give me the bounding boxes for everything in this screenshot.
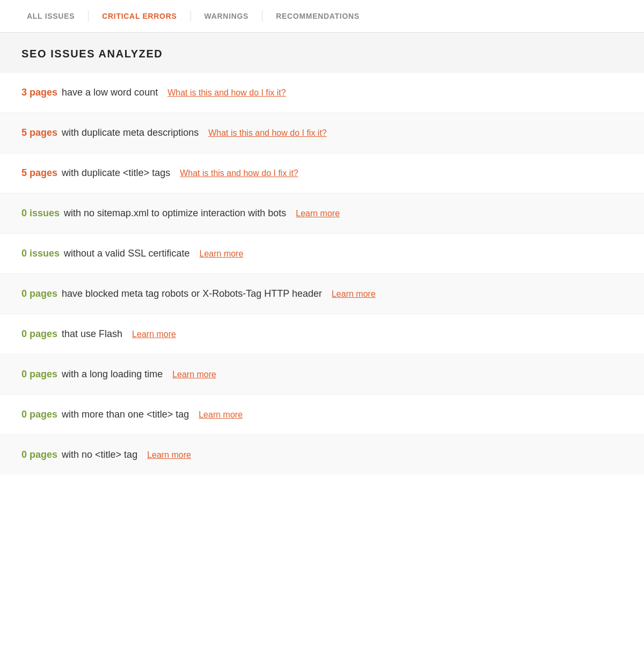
issue-row-no-sitemap: 0 issues with no sitemap.xml to optimize… xyxy=(0,194,644,233)
issue-count-no-title: 0 pages xyxy=(21,449,57,460)
fix-link-duplicate-meta[interactable]: What is this and how do I fix it? xyxy=(208,128,327,138)
section-header: SEO ISSUES ANALYZED xyxy=(0,33,644,73)
issue-description-ssl-certificate: without a valid SSL certificate xyxy=(64,248,189,259)
nav-divider xyxy=(88,11,89,21)
fix-link-low-word-count[interactable]: What is this and how do I fix it? xyxy=(167,88,286,98)
issue-row-no-title: 0 pages with no <title> tagLearn more xyxy=(0,435,644,474)
fix-link-duplicate-title-tags[interactable]: What is this and how do I fix it? xyxy=(180,169,298,178)
issue-description-low-word-count: have a low word count xyxy=(62,87,158,98)
issue-count-ssl-certificate: 0 issues xyxy=(21,248,60,259)
issue-count-duplicate-meta: 5 pages xyxy=(21,127,57,138)
issue-row-ssl-certificate: 0 issues without a valid SSL certificate… xyxy=(0,234,644,273)
nav-tabs: ALL ISSUESCRITICAL ERRORSWARNINGSRECOMME… xyxy=(0,0,644,33)
tab-critical-errors[interactable]: CRITICAL ERRORS xyxy=(91,0,187,32)
main-content: SEO ISSUES ANALYZED 3 pages have a low w… xyxy=(0,33,644,474)
issue-row-duplicate-title-tags: 5 pages with duplicate <title> tagsWhat … xyxy=(0,153,644,193)
issue-row-low-word-count: 3 pages have a low word countWhat is thi… xyxy=(0,73,644,112)
issue-row-multiple-title: 0 pages with more than one <title> tagLe… xyxy=(0,395,644,434)
learn-more-link-no-title[interactable]: Learn more xyxy=(147,450,191,460)
issue-description-blocked-robots: have blocked meta tag robots or X-Robots… xyxy=(62,288,322,299)
issue-description-no-sitemap: with no sitemap.xml to optimize interact… xyxy=(64,208,286,219)
issues-list: 3 pages have a low word countWhat is thi… xyxy=(0,73,644,474)
learn-more-link-ssl-certificate[interactable]: Learn more xyxy=(200,249,244,259)
issue-description-no-title: with no <title> tag xyxy=(62,449,137,460)
section-title: SEO ISSUES ANALYZED xyxy=(21,48,623,60)
nav-divider xyxy=(262,11,262,21)
issue-count-multiple-title: 0 pages xyxy=(21,409,57,420)
issue-description-duplicate-title-tags: with duplicate <title> tags xyxy=(62,167,170,179)
tab-all-issues[interactable]: ALL ISSUES xyxy=(16,0,85,32)
learn-more-link-long-loading[interactable]: Learn more xyxy=(172,370,216,379)
nav-divider xyxy=(191,11,191,21)
issue-count-no-sitemap: 0 issues xyxy=(21,208,60,219)
issue-count-low-word-count: 3 pages xyxy=(21,87,57,98)
issue-row-flash: 0 pages that use FlashLearn more xyxy=(0,314,644,354)
learn-more-link-multiple-title[interactable]: Learn more xyxy=(199,410,243,420)
issue-row-duplicate-meta: 5 pages with duplicate meta descriptions… xyxy=(0,113,644,152)
issue-description-long-loading: with a long loading time xyxy=(62,369,163,380)
tab-warnings[interactable]: WARNINGS xyxy=(194,0,260,32)
issue-count-flash: 0 pages xyxy=(21,328,57,340)
learn-more-link-no-sitemap[interactable]: Learn more xyxy=(296,209,340,218)
issue-description-flash: that use Flash xyxy=(62,328,122,340)
issue-count-duplicate-title-tags: 5 pages xyxy=(21,167,57,179)
issue-row-long-loading: 0 pages with a long loading timeLearn mo… xyxy=(0,355,644,394)
learn-more-link-blocked-robots[interactable]: Learn more xyxy=(332,289,376,299)
issue-description-duplicate-meta: with duplicate meta descriptions xyxy=(62,127,199,138)
issue-count-blocked-robots: 0 pages xyxy=(21,288,57,299)
issue-description-multiple-title: with more than one <title> tag xyxy=(62,409,189,420)
tab-recommendations[interactable]: RECOMMENDATIONS xyxy=(265,0,370,32)
issue-count-long-loading: 0 pages xyxy=(21,369,57,380)
learn-more-link-flash[interactable]: Learn more xyxy=(132,330,176,339)
issue-row-blocked-robots: 0 pages have blocked meta tag robots or … xyxy=(0,274,644,313)
